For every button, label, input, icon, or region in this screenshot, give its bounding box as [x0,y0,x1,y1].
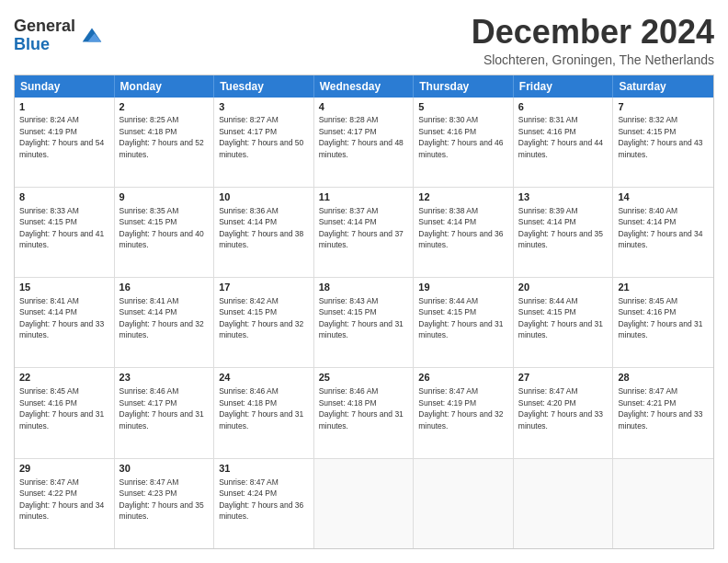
logo-blue: Blue [14,36,75,54]
calendar-cell: 1Sunrise: 8:24 AMSunset: 4:19 PMDaylight… [15,98,115,187]
calendar-cell [514,459,614,548]
cell-info: Sunrise: 8:41 AMSunset: 4:14 PMDaylight:… [119,296,204,339]
calendar-cell [613,459,713,548]
calendar-cell: 28Sunrise: 8:47 AMSunset: 4:21 PMDayligh… [613,368,713,457]
day-number: 12 [418,190,508,204]
calendar-cell: 6Sunrise: 8:31 AMSunset: 4:16 PMDaylight… [514,98,614,187]
cell-info: Sunrise: 8:41 AMSunset: 4:14 PMDaylight:… [19,296,104,339]
calendar-cell: 7Sunrise: 8:32 AMSunset: 4:15 PMDaylight… [613,98,713,187]
weekday-header: Monday [115,75,215,98]
calendar-cell: 2Sunrise: 8:25 AMSunset: 4:18 PMDaylight… [115,98,215,187]
day-number: 13 [518,190,609,204]
day-number: 17 [219,281,309,294]
cell-info: Sunrise: 8:25 AMSunset: 4:18 PMDaylight:… [119,115,204,158]
day-number: 10 [219,190,309,204]
day-number: 6 [518,100,609,114]
cell-info: Sunrise: 8:42 AMSunset: 4:15 PMDaylight:… [219,296,303,339]
cell-info: Sunrise: 8:28 AMSunset: 4:17 PMDaylight:… [319,115,404,158]
cell-info: Sunrise: 8:24 AMSunset: 4:19 PMDaylight:… [19,115,104,158]
cell-info: Sunrise: 8:33 AMSunset: 4:15 PMDaylight:… [19,206,104,249]
day-number: 26 [418,371,508,385]
day-number: 8 [19,190,109,204]
cell-info: Sunrise: 8:37 AMSunset: 4:14 PMDaylight:… [319,206,404,249]
calendar-cell: 30Sunrise: 8:47 AMSunset: 4:23 PMDayligh… [115,459,215,548]
day-number: 28 [618,371,709,385]
header: General Blue December 2024 Slochteren, G… [14,14,714,67]
calendar-cell: 25Sunrise: 8:46 AMSunset: 4:18 PMDayligh… [314,368,415,457]
cell-info: Sunrise: 8:39 AMSunset: 4:14 PMDaylight:… [518,206,603,249]
day-number: 19 [418,281,508,294]
day-number: 20 [518,281,609,294]
cell-info: Sunrise: 8:27 AMSunset: 4:17 PMDaylight:… [219,115,303,158]
day-number: 4 [319,100,409,114]
logo: General Blue [14,17,105,54]
day-number: 11 [319,190,409,204]
cell-info: Sunrise: 8:44 AMSunset: 4:15 PMDaylight:… [518,296,603,339]
logo-general: General [14,17,75,36]
calendar-cell: 5Sunrise: 8:30 AMSunset: 4:16 PMDaylight… [414,98,514,187]
day-number: 15 [19,281,109,294]
calendar-cell: 19Sunrise: 8:44 AMSunset: 4:15 PMDayligh… [414,278,514,367]
cell-info: Sunrise: 8:45 AMSunset: 4:16 PMDaylight:… [19,386,104,430]
day-number: 24 [219,371,309,385]
calendar-cell: 26Sunrise: 8:47 AMSunset: 4:19 PMDayligh… [414,368,514,457]
calendar-cell: 22Sunrise: 8:45 AMSunset: 4:16 PMDayligh… [15,368,115,457]
day-number: 7 [618,100,709,114]
calendar-cell: 31Sunrise: 8:47 AMSunset: 4:24 PMDayligh… [214,459,314,548]
day-number: 2 [119,100,210,114]
calendar-cell: 27Sunrise: 8:47 AMSunset: 4:20 PMDayligh… [514,368,614,457]
calendar-row: 15Sunrise: 8:41 AMSunset: 4:14 PMDayligh… [15,277,713,367]
calendar-cell: 15Sunrise: 8:41 AMSunset: 4:14 PMDayligh… [15,278,115,367]
cell-info: Sunrise: 8:30 AMSunset: 4:16 PMDaylight:… [418,115,503,158]
calendar: SundayMondayTuesdayWednesdayThursdayFrid… [14,75,714,549]
day-number: 23 [119,371,210,385]
day-number: 14 [618,190,709,204]
weekday-header: Saturday [613,75,713,98]
month-title: December 2024 [472,14,714,51]
day-number: 27 [518,371,609,385]
calendar-row: 1Sunrise: 8:24 AMSunset: 4:19 PMDaylight… [15,98,713,187]
calendar-row: 29Sunrise: 8:47 AMSunset: 4:22 PMDayligh… [15,458,713,548]
cell-info: Sunrise: 8:47 AMSunset: 4:21 PMDaylight:… [618,386,702,430]
logo-icon [79,23,105,49]
day-number: 30 [119,462,210,476]
day-number: 3 [219,100,309,114]
calendar-cell: 3Sunrise: 8:27 AMSunset: 4:17 PMDaylight… [214,98,314,187]
cell-info: Sunrise: 8:47 AMSunset: 4:24 PMDaylight:… [219,477,303,521]
cell-info: Sunrise: 8:47 AMSunset: 4:20 PMDaylight:… [518,386,603,430]
logo-text: General Blue [14,17,75,54]
calendar-row: 22Sunrise: 8:45 AMSunset: 4:16 PMDayligh… [15,367,713,457]
cell-info: Sunrise: 8:47 AMSunset: 4:23 PMDaylight:… [119,477,204,521]
cell-info: Sunrise: 8:35 AMSunset: 4:15 PMDaylight:… [119,206,204,249]
cell-info: Sunrise: 8:31 AMSunset: 4:16 PMDaylight:… [518,115,603,158]
day-number: 25 [319,371,409,385]
weekday-header: Tuesday [214,75,314,98]
calendar-cell: 14Sunrise: 8:40 AMSunset: 4:14 PMDayligh… [613,188,713,277]
calendar-cell: 21Sunrise: 8:45 AMSunset: 4:16 PMDayligh… [613,278,713,367]
calendar-cell: 20Sunrise: 8:44 AMSunset: 4:15 PMDayligh… [514,278,614,367]
calendar-cell: 12Sunrise: 8:38 AMSunset: 4:14 PMDayligh… [414,188,514,277]
calendar-cell: 23Sunrise: 8:46 AMSunset: 4:17 PMDayligh… [115,368,215,457]
cell-info: Sunrise: 8:46 AMSunset: 4:17 PMDaylight:… [119,386,204,430]
day-number: 31 [219,462,309,476]
day-number: 16 [119,281,210,294]
cell-info: Sunrise: 8:46 AMSunset: 4:18 PMDaylight:… [319,386,404,430]
cell-info: Sunrise: 8:40 AMSunset: 4:14 PMDaylight:… [618,206,702,249]
calendar-body: 1Sunrise: 8:24 AMSunset: 4:19 PMDaylight… [15,98,713,548]
title-section: December 2024 Slochteren, Groningen, The… [472,14,714,67]
calendar-cell: 9Sunrise: 8:35 AMSunset: 4:15 PMDaylight… [115,188,215,277]
day-number: 21 [618,281,709,294]
cell-info: Sunrise: 8:43 AMSunset: 4:15 PMDaylight:… [319,296,404,339]
day-number: 29 [19,462,109,476]
calendar-row: 8Sunrise: 8:33 AMSunset: 4:15 PMDaylight… [15,187,713,277]
calendar-cell: 17Sunrise: 8:42 AMSunset: 4:15 PMDayligh… [214,278,314,367]
day-number: 1 [19,100,109,114]
cell-info: Sunrise: 8:44 AMSunset: 4:15 PMDaylight:… [418,296,503,339]
cell-info: Sunrise: 8:45 AMSunset: 4:16 PMDaylight:… [618,296,702,339]
cell-info: Sunrise: 8:46 AMSunset: 4:18 PMDaylight:… [219,386,303,430]
calendar-cell: 24Sunrise: 8:46 AMSunset: 4:18 PMDayligh… [214,368,314,457]
calendar-cell: 8Sunrise: 8:33 AMSunset: 4:15 PMDaylight… [15,188,115,277]
cell-info: Sunrise: 8:47 AMSunset: 4:19 PMDaylight:… [418,386,503,430]
calendar-cell: 18Sunrise: 8:43 AMSunset: 4:15 PMDayligh… [314,278,415,367]
weekday-header: Wednesday [314,75,415,98]
